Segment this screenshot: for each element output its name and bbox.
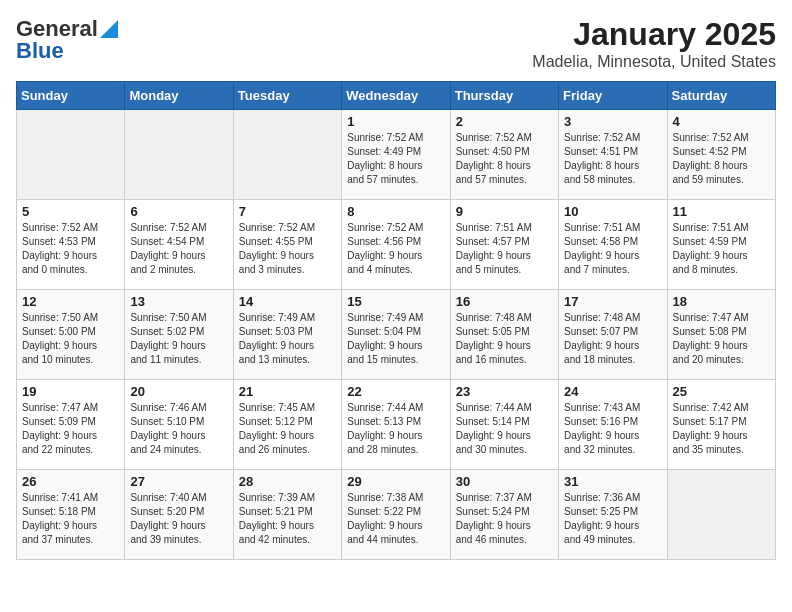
day-number: 7 bbox=[239, 204, 336, 219]
day-number: 29 bbox=[347, 474, 444, 489]
calendar-cell: 26Sunrise: 7:41 AM Sunset: 5:18 PM Dayli… bbox=[17, 470, 125, 560]
weekday-header-tuesday: Tuesday bbox=[233, 82, 341, 110]
day-number: 8 bbox=[347, 204, 444, 219]
calendar-cell: 28Sunrise: 7:39 AM Sunset: 5:21 PM Dayli… bbox=[233, 470, 341, 560]
day-number: 26 bbox=[22, 474, 119, 489]
day-number: 19 bbox=[22, 384, 119, 399]
day-info: Sunrise: 7:48 AM Sunset: 5:07 PM Dayligh… bbox=[564, 311, 661, 367]
day-info: Sunrise: 7:46 AM Sunset: 5:10 PM Dayligh… bbox=[130, 401, 227, 457]
day-number: 17 bbox=[564, 294, 661, 309]
calendar-cell bbox=[17, 110, 125, 200]
calendar-week-4: 19Sunrise: 7:47 AM Sunset: 5:09 PM Dayli… bbox=[17, 380, 776, 470]
day-info: Sunrise: 7:52 AM Sunset: 4:53 PM Dayligh… bbox=[22, 221, 119, 277]
calendar-cell: 29Sunrise: 7:38 AM Sunset: 5:22 PM Dayli… bbox=[342, 470, 450, 560]
day-number: 5 bbox=[22, 204, 119, 219]
day-number: 20 bbox=[130, 384, 227, 399]
day-number: 24 bbox=[564, 384, 661, 399]
day-info: Sunrise: 7:51 AM Sunset: 4:59 PM Dayligh… bbox=[673, 221, 770, 277]
day-info: Sunrise: 7:52 AM Sunset: 4:52 PM Dayligh… bbox=[673, 131, 770, 187]
weekday-header-thursday: Thursday bbox=[450, 82, 558, 110]
calendar-header-row: SundayMondayTuesdayWednesdayThursdayFrid… bbox=[17, 82, 776, 110]
calendar-cell: 11Sunrise: 7:51 AM Sunset: 4:59 PM Dayli… bbox=[667, 200, 775, 290]
day-number: 27 bbox=[130, 474, 227, 489]
day-number: 15 bbox=[347, 294, 444, 309]
day-info: Sunrise: 7:40 AM Sunset: 5:20 PM Dayligh… bbox=[130, 491, 227, 547]
day-info: Sunrise: 7:50 AM Sunset: 5:02 PM Dayligh… bbox=[130, 311, 227, 367]
calendar-cell: 21Sunrise: 7:45 AM Sunset: 5:12 PM Dayli… bbox=[233, 380, 341, 470]
calendar-cell bbox=[125, 110, 233, 200]
day-number: 1 bbox=[347, 114, 444, 129]
logo-arrow-icon bbox=[100, 20, 118, 38]
title-block: January 2025 Madelia, Minnesota, United … bbox=[532, 16, 776, 71]
day-info: Sunrise: 7:38 AM Sunset: 5:22 PM Dayligh… bbox=[347, 491, 444, 547]
day-info: Sunrise: 7:36 AM Sunset: 5:25 PM Dayligh… bbox=[564, 491, 661, 547]
calendar-week-2: 5Sunrise: 7:52 AM Sunset: 4:53 PM Daylig… bbox=[17, 200, 776, 290]
calendar-cell bbox=[667, 470, 775, 560]
weekday-header-sunday: Sunday bbox=[17, 82, 125, 110]
calendar-cell: 16Sunrise: 7:48 AM Sunset: 5:05 PM Dayli… bbox=[450, 290, 558, 380]
day-info: Sunrise: 7:49 AM Sunset: 5:03 PM Dayligh… bbox=[239, 311, 336, 367]
calendar-cell: 23Sunrise: 7:44 AM Sunset: 5:14 PM Dayli… bbox=[450, 380, 558, 470]
calendar-cell: 24Sunrise: 7:43 AM Sunset: 5:16 PM Dayli… bbox=[559, 380, 667, 470]
calendar-cell: 15Sunrise: 7:49 AM Sunset: 5:04 PM Dayli… bbox=[342, 290, 450, 380]
day-number: 28 bbox=[239, 474, 336, 489]
day-info: Sunrise: 7:39 AM Sunset: 5:21 PM Dayligh… bbox=[239, 491, 336, 547]
day-number: 12 bbox=[22, 294, 119, 309]
day-info: Sunrise: 7:44 AM Sunset: 5:13 PM Dayligh… bbox=[347, 401, 444, 457]
day-info: Sunrise: 7:51 AM Sunset: 4:57 PM Dayligh… bbox=[456, 221, 553, 277]
day-number: 21 bbox=[239, 384, 336, 399]
calendar-cell: 14Sunrise: 7:49 AM Sunset: 5:03 PM Dayli… bbox=[233, 290, 341, 380]
calendar-cell: 6Sunrise: 7:52 AM Sunset: 4:54 PM Daylig… bbox=[125, 200, 233, 290]
day-info: Sunrise: 7:47 AM Sunset: 5:09 PM Dayligh… bbox=[22, 401, 119, 457]
day-number: 10 bbox=[564, 204, 661, 219]
calendar-cell: 8Sunrise: 7:52 AM Sunset: 4:56 PM Daylig… bbox=[342, 200, 450, 290]
day-number: 16 bbox=[456, 294, 553, 309]
page-subtitle: Madelia, Minnesota, United States bbox=[532, 53, 776, 71]
day-number: 18 bbox=[673, 294, 770, 309]
calendar-cell: 27Sunrise: 7:40 AM Sunset: 5:20 PM Dayli… bbox=[125, 470, 233, 560]
page-header: General Blue January 2025 Madelia, Minne… bbox=[16, 16, 776, 71]
page-title: January 2025 bbox=[532, 16, 776, 53]
day-number: 22 bbox=[347, 384, 444, 399]
calendar-cell: 3Sunrise: 7:52 AM Sunset: 4:51 PM Daylig… bbox=[559, 110, 667, 200]
day-number: 30 bbox=[456, 474, 553, 489]
day-info: Sunrise: 7:42 AM Sunset: 5:17 PM Dayligh… bbox=[673, 401, 770, 457]
day-number: 25 bbox=[673, 384, 770, 399]
day-number: 11 bbox=[673, 204, 770, 219]
day-number: 6 bbox=[130, 204, 227, 219]
calendar-cell: 31Sunrise: 7:36 AM Sunset: 5:25 PM Dayli… bbox=[559, 470, 667, 560]
calendar-cell: 9Sunrise: 7:51 AM Sunset: 4:57 PM Daylig… bbox=[450, 200, 558, 290]
day-info: Sunrise: 7:52 AM Sunset: 4:54 PM Dayligh… bbox=[130, 221, 227, 277]
day-info: Sunrise: 7:48 AM Sunset: 5:05 PM Dayligh… bbox=[456, 311, 553, 367]
calendar-cell: 10Sunrise: 7:51 AM Sunset: 4:58 PM Dayli… bbox=[559, 200, 667, 290]
day-info: Sunrise: 7:43 AM Sunset: 5:16 PM Dayligh… bbox=[564, 401, 661, 457]
calendar-cell: 7Sunrise: 7:52 AM Sunset: 4:55 PM Daylig… bbox=[233, 200, 341, 290]
day-number: 13 bbox=[130, 294, 227, 309]
calendar-cell: 19Sunrise: 7:47 AM Sunset: 5:09 PM Dayli… bbox=[17, 380, 125, 470]
day-info: Sunrise: 7:49 AM Sunset: 5:04 PM Dayligh… bbox=[347, 311, 444, 367]
calendar-cell: 30Sunrise: 7:37 AM Sunset: 5:24 PM Dayli… bbox=[450, 470, 558, 560]
day-number: 23 bbox=[456, 384, 553, 399]
day-number: 2 bbox=[456, 114, 553, 129]
weekday-header-friday: Friday bbox=[559, 82, 667, 110]
day-info: Sunrise: 7:52 AM Sunset: 4:56 PM Dayligh… bbox=[347, 221, 444, 277]
day-info: Sunrise: 7:44 AM Sunset: 5:14 PM Dayligh… bbox=[456, 401, 553, 457]
weekday-header-saturday: Saturday bbox=[667, 82, 775, 110]
day-info: Sunrise: 7:51 AM Sunset: 4:58 PM Dayligh… bbox=[564, 221, 661, 277]
calendar-cell: 22Sunrise: 7:44 AM Sunset: 5:13 PM Dayli… bbox=[342, 380, 450, 470]
calendar-cell bbox=[233, 110, 341, 200]
calendar-cell: 12Sunrise: 7:50 AM Sunset: 5:00 PM Dayli… bbox=[17, 290, 125, 380]
day-info: Sunrise: 7:37 AM Sunset: 5:24 PM Dayligh… bbox=[456, 491, 553, 547]
day-info: Sunrise: 7:45 AM Sunset: 5:12 PM Dayligh… bbox=[239, 401, 336, 457]
calendar-cell: 5Sunrise: 7:52 AM Sunset: 4:53 PM Daylig… bbox=[17, 200, 125, 290]
day-info: Sunrise: 7:52 AM Sunset: 4:49 PM Dayligh… bbox=[347, 131, 444, 187]
calendar-cell: 17Sunrise: 7:48 AM Sunset: 5:07 PM Dayli… bbox=[559, 290, 667, 380]
logo-blue-text: Blue bbox=[16, 38, 64, 64]
calendar-cell: 13Sunrise: 7:50 AM Sunset: 5:02 PM Dayli… bbox=[125, 290, 233, 380]
day-number: 4 bbox=[673, 114, 770, 129]
day-number: 3 bbox=[564, 114, 661, 129]
day-info: Sunrise: 7:47 AM Sunset: 5:08 PM Dayligh… bbox=[673, 311, 770, 367]
calendar-table: SundayMondayTuesdayWednesdayThursdayFrid… bbox=[16, 81, 776, 560]
calendar-cell: 4Sunrise: 7:52 AM Sunset: 4:52 PM Daylig… bbox=[667, 110, 775, 200]
weekday-header-wednesday: Wednesday bbox=[342, 82, 450, 110]
